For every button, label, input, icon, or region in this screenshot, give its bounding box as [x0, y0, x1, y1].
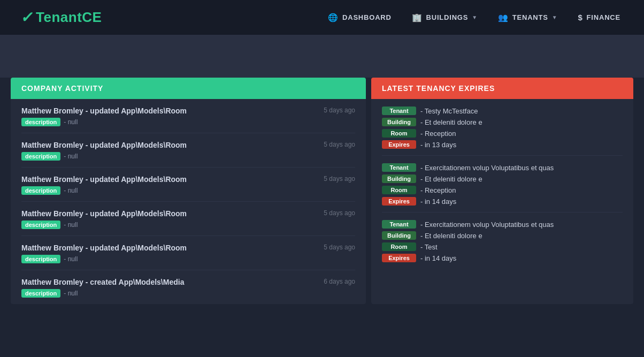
- activity-title: Matthew Bromley - updated App\Models\Roo…: [21, 107, 355, 115]
- tag-description: description: [21, 186, 60, 195]
- activity-time: 6 days ago: [324, 278, 355, 285]
- tenancy-item: Tenant - Exercitationem volup Voluptatib…: [382, 212, 623, 269]
- tenancy-row-room: Room - Reception: [382, 186, 623, 194]
- tag-value: - null: [64, 153, 78, 160]
- company-activity-panel: COMPANY ACTIVITY Matthew Bromley - updat…: [11, 78, 366, 304]
- activity-tags: description - null: [21, 186, 355, 195]
- tenancy-row-building: Building - Et deleniti dolore e: [382, 174, 623, 183]
- tenancy-row-expires: Expires - in 13 days: [382, 140, 623, 149]
- tag-value: - null: [64, 255, 78, 263]
- activity-list: Matthew Bromley - updated App\Models\Roo…: [11, 99, 366, 304]
- expires-value: - in 13 days: [420, 141, 456, 149]
- nav-item-tenants[interactable]: 👥 TENANTS ▼: [496, 9, 560, 27]
- badge-building: Building: [382, 118, 416, 126]
- activity-title: Matthew Bromley - updated App\Models\Roo…: [21, 175, 355, 184]
- tag-description: description: [21, 255, 60, 263]
- tag-description: description: [21, 118, 60, 126]
- activity-time: 5 days ago: [324, 141, 355, 148]
- nav-items: 🌐 DASHBOARD 🏢 BUILDINGS ▼ 👥 TENANTS ▼ $ …: [326, 9, 623, 27]
- expires-value: - in 14 days: [420, 254, 456, 262]
- activity-tags: description - null: [21, 255, 355, 263]
- tenancy-row-tenant: Tenant - Testy McTestface: [382, 107, 623, 115]
- nav-item-buildings[interactable]: 🏢 BUILDINGS ▼: [410, 9, 480, 27]
- badge-room: Room: [382, 129, 416, 138]
- tenancy-item: Tenant - Testy McTestface Building - Et …: [382, 99, 623, 156]
- logo-text: TenantCE: [36, 9, 102, 26]
- tag-value: - null: [64, 290, 78, 297]
- tag-value: - null: [64, 118, 78, 126]
- tag-value: - null: [64, 221, 78, 229]
- activity-item: Matthew Bromley - updated App\Models\Roo…: [21, 133, 355, 168]
- building-value: - Et deleniti dolore e: [420, 118, 482, 126]
- chevron-down-icon: ▼: [472, 14, 478, 20]
- badge-room: Room: [382, 242, 416, 251]
- tenancy-row-building: Building - Et deleniti dolore e: [382, 231, 623, 240]
- badge-tenant: Tenant: [382, 220, 416, 229]
- logo-icon: ✓: [20, 9, 35, 26]
- latest-tenancy-panel: LATEST TENANCY EXPIRES Tenant - Testy Mc…: [371, 78, 633, 304]
- activity-time: 5 days ago: [324, 244, 355, 251]
- chevron-down-icon: ▼: [552, 14, 558, 20]
- activity-time: 5 days ago: [324, 209, 355, 217]
- room-value: - Test: [420, 243, 438, 251]
- activity-tags: description - null: [21, 289, 355, 298]
- tenant-value: - Testy McTestface: [420, 107, 478, 115]
- nav-item-dashboard[interactable]: 🌐 DASHBOARD: [326, 9, 394, 27]
- room-value: - Reception: [420, 186, 456, 194]
- activity-title: Matthew Bromley - updated App\Models\Roo…: [21, 209, 355, 218]
- tag-description: description: [21, 221, 60, 229]
- activity-time: 5 days ago: [324, 175, 355, 183]
- activity-tags: description - null: [21, 118, 355, 126]
- tenant-value: - Exercitationem volup Voluptatibus et q…: [420, 164, 554, 172]
- tenancy-row-room: Room - Reception: [382, 129, 623, 138]
- dollar-icon: $: [578, 13, 582, 22]
- buildings-icon: 🏢: [412, 13, 423, 22]
- building-value: - Et deleniti dolore e: [420, 232, 482, 240]
- activity-title: Matthew Bromley - updated App\Models\Roo…: [21, 141, 355, 149]
- room-value: - Reception: [420, 130, 456, 138]
- tenancy-row-room: Room - Test: [382, 242, 623, 251]
- tenancy-item: Tenant - Exercitationem volup Voluptatib…: [382, 156, 623, 212]
- badge-expires: Expires: [382, 140, 416, 149]
- badge-expires: Expires: [382, 197, 416, 206]
- expires-value: - in 14 days: [420, 198, 456, 206]
- nav-item-finance[interactable]: $ FINANCE: [576, 9, 623, 26]
- badge-building: Building: [382, 174, 416, 183]
- building-value: - Et deleniti dolore e: [420, 175, 482, 183]
- badge-tenant: Tenant: [382, 163, 416, 172]
- activity-tags: description - null: [21, 152, 355, 161]
- hero-banner: [0, 35, 644, 78]
- tenancy-row-expires: Expires - in 14 days: [382, 197, 623, 206]
- activity-item: Matthew Bromley - updated App\Models\Roo…: [21, 168, 355, 202]
- activity-item: Matthew Bromley - created App\Models\Med…: [21, 270, 355, 304]
- badge-room: Room: [382, 186, 416, 194]
- logo[interactable]: ✓ TenantCE: [21, 9, 102, 26]
- activity-title: Matthew Bromley - created App\Models\Med…: [21, 278, 355, 286]
- globe-icon: 🌐: [328, 13, 339, 22]
- activity-item: Matthew Bromley - updated App\Models\Roo…: [21, 99, 355, 133]
- tenancy-row-expires: Expires - in 14 days: [382, 254, 623, 262]
- activity-item: Matthew Bromley - updated App\Models\Roo…: [21, 202, 355, 236]
- activity-tags: description - null: [21, 221, 355, 229]
- activity-item: Matthew Bromley - updated App\Models\Roo…: [21, 236, 355, 270]
- badge-tenant: Tenant: [382, 107, 416, 115]
- tenant-value: - Exercitationem volup Voluptatibus et q…: [420, 221, 554, 229]
- tenancy-row-tenant: Tenant - Exercitationem volup Voluptatib…: [382, 163, 623, 172]
- tag-description: description: [21, 152, 60, 161]
- company-activity-header: COMPANY ACTIVITY: [11, 78, 366, 99]
- tenancy-row-building: Building - Et deleniti dolore e: [382, 118, 623, 126]
- tag-description: description: [21, 289, 60, 298]
- tenancy-list: Tenant - Testy McTestface Building - Et …: [371, 99, 633, 269]
- latest-tenancy-header: LATEST TENANCY EXPIRES: [371, 78, 633, 99]
- badge-expires: Expires: [382, 254, 416, 262]
- activity-title: Matthew Bromley - updated App\Models\Roo…: [21, 244, 355, 252]
- tenancy-row-tenant: Tenant - Exercitationem volup Voluptatib…: [382, 220, 623, 229]
- badge-building: Building: [382, 231, 416, 240]
- navbar: ✓ TenantCE 🌐 DASHBOARD 🏢 BUILDINGS ▼ 👥 T…: [0, 0, 644, 35]
- tag-value: - null: [64, 187, 78, 194]
- tenants-icon: 👥: [498, 13, 509, 22]
- activity-time: 5 days ago: [324, 107, 355, 114]
- main-content: COMPANY ACTIVITY Matthew Bromley - updat…: [0, 78, 644, 315]
